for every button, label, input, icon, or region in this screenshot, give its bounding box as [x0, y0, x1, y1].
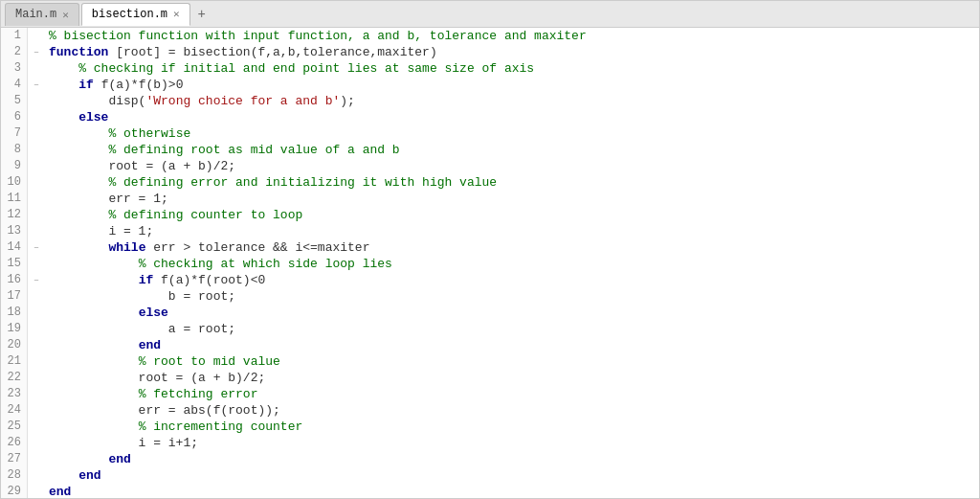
line-number: 29: [1, 484, 28, 499]
line-number: 18: [1, 305, 28, 321]
code-content: disp('Wrong choice for a and b');: [45, 93, 979, 109]
code-line-27: 27 end: [1, 451, 979, 467]
code-line-24: 24 err = abs(f(root));: [1, 402, 979, 419]
code-line-4: 4– if f(a)*f(b)>0: [1, 77, 979, 93]
code-content: % defining error and initializing it wit…: [45, 174, 979, 191]
code-content: if f(a)*f(b)>0: [45, 77, 979, 93]
line-number: 19: [1, 321, 28, 337]
code-content: else: [45, 109, 979, 125]
tab-main[interactable]: Main.m ✕: [5, 3, 79, 26]
tab-bisection-close[interactable]: ✕: [173, 8, 180, 20]
line-number: 15: [1, 256, 28, 272]
code-content: function [root] = bisection(f,a,b,tolera…: [45, 44, 979, 60]
code-line-5: 5 disp('Wrong choice for a and b');: [1, 93, 979, 109]
code-line-7: 7 % otherwise: [1, 125, 979, 142]
code-content: % checking if initial and end point lies…: [45, 60, 979, 77]
fold-button[interactable]: –: [28, 239, 45, 256]
code-content: % checking at which side loop lies: [45, 256, 979, 272]
code-content: a = root;: [45, 321, 979, 337]
code-line-16: 16– if f(a)*f(root)<0: [1, 272, 979, 288]
fold-button[interactable]: –: [28, 77, 45, 93]
code-content: root = (a + b)/2;: [45, 158, 979, 174]
code-content: % root to mid value: [45, 353, 979, 370]
code-content: % otherwise: [45, 125, 979, 142]
line-number: 24: [1, 402, 28, 419]
add-tab-button[interactable]: +: [192, 5, 212, 24]
code-content: i = i+1;: [45, 435, 979, 451]
code-content: root = (a + b)/2;: [45, 370, 979, 386]
code-content: err = 1;: [45, 191, 979, 207]
code-line-23: 23 % fetching error: [1, 386, 979, 402]
code-line-12: 12 % defining counter to loop: [1, 207, 979, 223]
line-number: 17: [1, 288, 28, 305]
line-number: 9: [1, 158, 28, 174]
code-content: i = 1;: [45, 223, 979, 239]
code-line-25: 25 % incrementing counter: [1, 419, 979, 435]
line-number: 13: [1, 223, 28, 239]
line-number: 5: [1, 93, 28, 109]
tab-main-label: Main.m: [15, 8, 56, 21]
code-content: end: [45, 451, 979, 467]
tab-bar: Main.m ✕ bisection.m ✕ +: [1, 1, 979, 28]
code-line-13: 13 i = 1;: [1, 223, 979, 239]
code-line-19: 19 a = root;: [1, 321, 979, 337]
code-line-3: 3 % checking if initial and end point li…: [1, 60, 979, 77]
code-content: end: [45, 484, 979, 499]
code-line-8: 8 % defining root as mid value of a and …: [1, 142, 979, 158]
line-number: 10: [1, 174, 28, 191]
code-line-10: 10 % defining error and initializing it …: [1, 174, 979, 191]
code-line-17: 17 b = root;: [1, 288, 979, 305]
line-number: 28: [1, 467, 28, 484]
code-line-6: 6 else: [1, 109, 979, 125]
line-number: 11: [1, 191, 28, 207]
code-line-1: 1% bisection function with input functio…: [1, 28, 979, 44]
fold-button[interactable]: –: [28, 44, 45, 60]
editor-window: Main.m ✕ bisection.m ✕ + 1% bisection fu…: [0, 0, 980, 499]
code-line-18: 18 else: [1, 305, 979, 321]
code-content: b = root;: [45, 288, 979, 305]
code-content: % bisection function with input function…: [45, 28, 979, 44]
code-content: % defining root as mid value of a and b: [45, 142, 979, 158]
line-number: 7: [1, 125, 28, 142]
code-content: % defining counter to loop: [45, 207, 979, 223]
tab-bisection-label: bisection.m: [92, 8, 167, 21]
line-number: 8: [1, 142, 28, 158]
code-content: end: [45, 467, 979, 484]
code-line-2: 2–function [root] = bisection(f,a,b,tole…: [1, 44, 979, 60]
code-content: % incrementing counter: [45, 419, 979, 435]
line-number: 27: [1, 451, 28, 467]
code-line-20: 20 end: [1, 337, 979, 353]
code-line-15: 15 % checking at which side loop lies: [1, 256, 979, 272]
code-content: err = abs(f(root));: [45, 402, 979, 419]
line-number: 3: [1, 60, 28, 77]
line-number: 2: [1, 44, 28, 60]
code-content: else: [45, 305, 979, 321]
code-content: % fetching error: [45, 386, 979, 402]
code-line-28: 28 end: [1, 467, 979, 484]
line-number: 6: [1, 109, 28, 125]
line-number: 21: [1, 353, 28, 370]
line-number: 14: [1, 239, 28, 256]
code-content: end: [45, 337, 979, 353]
fold-button[interactable]: –: [28, 272, 45, 288]
line-number: 23: [1, 386, 28, 402]
code-editor: 1% bisection function with input functio…: [1, 28, 979, 499]
code-line-11: 11 err = 1;: [1, 191, 979, 207]
line-number: 16: [1, 272, 28, 288]
code-line-26: 26 i = i+1;: [1, 435, 979, 451]
code-line-29: 29end: [1, 484, 979, 499]
line-number: 4: [1, 77, 28, 93]
code-content: while err > tolerance && i<=maxiter: [45, 239, 979, 256]
code-line-9: 9 root = (a + b)/2;: [1, 158, 979, 174]
line-number: 20: [1, 337, 28, 353]
line-number: 1: [1, 28, 28, 44]
line-number: 25: [1, 419, 28, 435]
tab-main-close[interactable]: ✕: [62, 9, 69, 21]
line-number: 26: [1, 435, 28, 451]
code-content: if f(a)*f(root)<0: [45, 272, 979, 288]
code-line-21: 21 % root to mid value: [1, 353, 979, 370]
line-number: 22: [1, 370, 28, 386]
line-number: 12: [1, 207, 28, 223]
tab-bisection[interactable]: bisection.m ✕: [81, 3, 190, 26]
code-line-22: 22 root = (a + b)/2;: [1, 370, 979, 386]
